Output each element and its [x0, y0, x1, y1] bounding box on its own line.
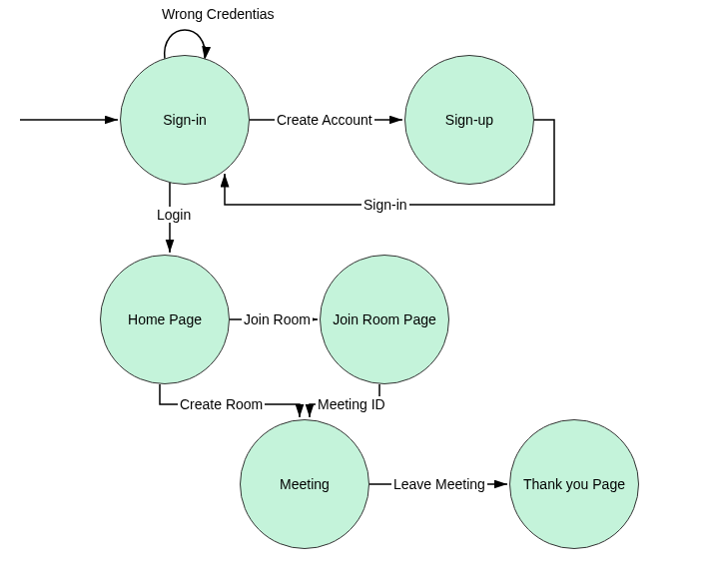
node-signin-label: Sign-in — [163, 112, 207, 128]
node-signup-label: Sign-up — [445, 112, 493, 128]
label-signin-back: Sign-in — [361, 197, 409, 213]
node-meeting-label: Meeting — [280, 476, 330, 492]
node-thankyou-label: Thank you Page — [523, 476, 625, 492]
node-meeting: Meeting — [240, 419, 369, 549]
label-leave-meeting: Leave Meeting — [391, 476, 487, 492]
label-create-room: Create Room — [178, 396, 265, 412]
label-login: Login — [155, 207, 193, 223]
node-home: Home Page — [100, 255, 230, 384]
node-signin: Sign-in — [120, 55, 250, 185]
node-thankyou: Thank you Page — [509, 419, 639, 549]
label-wrong-credentials: Wrong Credentias — [160, 6, 277, 22]
node-joinroom: Join Room Page — [320, 255, 449, 384]
label-meeting-id: Meeting ID — [316, 396, 387, 412]
label-create-account: Create Account — [275, 112, 374, 128]
label-join-room: Join Room — [242, 311, 313, 327]
node-home-label: Home Page — [128, 311, 202, 327]
node-joinroom-label: Join Room Page — [333, 311, 436, 327]
node-signup: Sign-up — [404, 55, 534, 185]
